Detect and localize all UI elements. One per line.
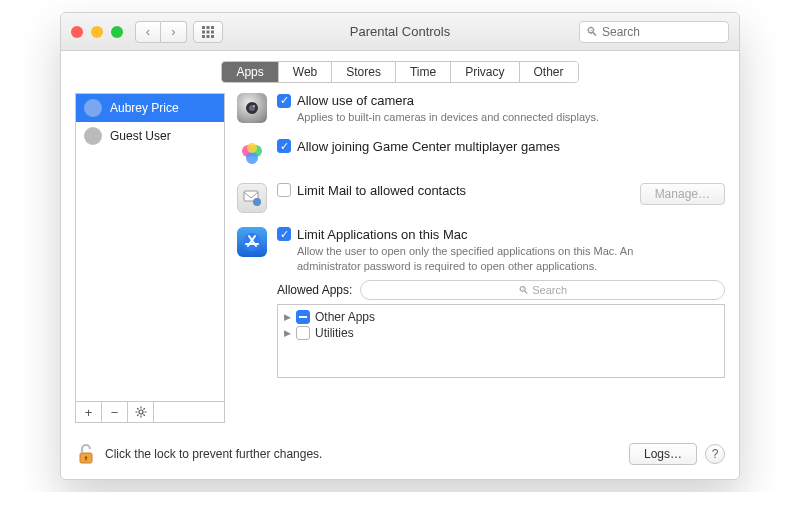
content: ✓ Allow use of camera Applies to built-i…: [237, 93, 725, 423]
svg-line-14: [137, 408, 138, 409]
add-user-button[interactable]: +: [76, 402, 102, 422]
back-button[interactable]: ‹: [135, 21, 161, 43]
gamecenter-icon: [237, 139, 267, 169]
show-all-button[interactable]: [193, 21, 223, 43]
appstore-icon: [237, 227, 267, 257]
svg-line-15: [143, 415, 144, 416]
svg-rect-8: [211, 35, 214, 38]
user-name: Guest User: [110, 129, 171, 143]
sidebar: Aubrey Price Guest User + −: [75, 93, 225, 423]
svg-rect-6: [202, 35, 205, 38]
camera-checkbox[interactable]: ✓: [277, 94, 291, 108]
tab-privacy[interactable]: Privacy: [451, 62, 519, 82]
camera-label: Allow use of camera: [297, 93, 414, 108]
svg-point-9: [139, 410, 143, 414]
forward-button[interactable]: ›: [161, 21, 187, 43]
option-gamecenter: ✓ Allow joining Game Center multiplayer …: [237, 139, 725, 169]
svg-point-23: [246, 152, 258, 164]
svg-line-17: [143, 408, 144, 409]
option-limitapps: ✓ Limit Applications on this Mac Allow t…: [237, 227, 725, 274]
camera-desc: Applies to built-in cameras in devices a…: [297, 110, 657, 125]
svg-rect-7: [207, 35, 210, 38]
prefs-window: ‹ › Parental Controls 🔍︎ Apps Web Stores…: [60, 12, 740, 480]
grid-icon: [201, 25, 215, 39]
svg-rect-5: [211, 30, 214, 33]
allowed-apps-search[interactable]: 🔍︎ Search: [360, 280, 725, 300]
minimize-icon[interactable]: [91, 26, 103, 38]
nav-back-forward: ‹ ›: [135, 21, 187, 43]
toolbar-search-input[interactable]: [602, 25, 722, 39]
sidebar-footer: + −: [75, 401, 225, 423]
svg-rect-0: [202, 26, 205, 29]
close-icon[interactable]: [71, 26, 83, 38]
allowed-apps-label: Allowed Apps:: [277, 283, 352, 297]
allowed-search-placeholder: Search: [532, 284, 567, 296]
tab-time[interactable]: Time: [396, 62, 451, 82]
disclosure-icon[interactable]: ▶: [284, 312, 291, 322]
svg-rect-4: [207, 30, 210, 33]
logs-button[interactable]: Logs…: [629, 443, 697, 465]
zoom-icon[interactable]: [111, 26, 123, 38]
svg-point-24: [247, 143, 257, 153]
search-icon: 🔍︎: [518, 284, 529, 296]
lock-icon[interactable]: [75, 441, 97, 467]
option-camera: ✓ Allow use of camera Applies to built-i…: [237, 93, 725, 125]
tree-label: Utilities: [315, 326, 354, 340]
svg-rect-1: [207, 26, 210, 29]
limitapps-desc: Allow the user to open only the specifie…: [297, 244, 657, 274]
user-actions-button[interactable]: [128, 402, 154, 422]
svg-line-16: [137, 415, 138, 416]
allowed-apps-header: Allowed Apps: 🔍︎ Search: [277, 280, 725, 300]
mail-checkbox[interactable]: [277, 183, 291, 197]
tab-web[interactable]: Web: [279, 62, 332, 82]
svg-point-20: [253, 105, 255, 107]
mail-label: Limit Mail to allowed contacts: [297, 183, 466, 198]
remove-user-button[interactable]: −: [102, 402, 128, 422]
tree-label: Other Apps: [315, 310, 375, 324]
svg-rect-3: [202, 30, 205, 33]
user-item-aubrey[interactable]: Aubrey Price: [76, 94, 224, 122]
svg-rect-33: [85, 458, 86, 461]
utilities-checkbox[interactable]: [296, 326, 310, 340]
tab-apps[interactable]: Apps: [222, 62, 278, 82]
tabbar: Apps Web Stores Time Privacy Other: [221, 61, 578, 83]
svg-rect-2: [211, 26, 214, 29]
limitapps-checkbox[interactable]: ✓: [277, 227, 291, 241]
tab-stores[interactable]: Stores: [332, 62, 396, 82]
manage-button[interactable]: Manage…: [640, 183, 725, 205]
gamecenter-label: Allow joining Game Center multiplayer ga…: [297, 139, 560, 154]
help-button[interactable]: ?: [705, 444, 725, 464]
camera-icon: [237, 93, 267, 123]
mail-icon: [237, 183, 267, 213]
avatar-icon: [84, 127, 102, 145]
tab-other[interactable]: Other: [520, 62, 578, 82]
allowed-apps-tree[interactable]: ▶ Other Apps ▶ Utilities: [277, 304, 725, 378]
avatar-icon: [84, 99, 102, 117]
tree-item-utilities[interactable]: ▶ Utilities: [284, 325, 718, 341]
footer: Click the lock to prevent further change…: [75, 431, 725, 467]
svg-point-26: [253, 198, 261, 206]
other-apps-checkbox[interactable]: [296, 310, 310, 324]
user-name: Aubrey Price: [110, 101, 179, 115]
tabs-area: Apps Web Stores Time Privacy Other: [75, 61, 725, 83]
body: Apps Web Stores Time Privacy Other Aubre…: [61, 51, 739, 479]
search-icon: 🔍︎: [586, 25, 598, 39]
gear-icon: [135, 406, 147, 418]
option-mail: Limit Mail to allowed contacts Manage…: [237, 183, 725, 213]
toolbar-search[interactable]: 🔍︎: [579, 21, 729, 43]
tree-item-other-apps[interactable]: ▶ Other Apps: [284, 309, 718, 325]
main: Aubrey Price Guest User + −: [75, 93, 725, 423]
user-list: Aubrey Price Guest User: [75, 93, 225, 401]
disclosure-icon[interactable]: ▶: [284, 328, 291, 338]
limitapps-label: Limit Applications on this Mac: [297, 227, 468, 242]
titlebar: ‹ › Parental Controls 🔍︎: [61, 13, 739, 51]
lock-text: Click the lock to prevent further change…: [105, 447, 322, 461]
traffic-lights: [71, 26, 123, 38]
gamecenter-checkbox[interactable]: ✓: [277, 139, 291, 153]
user-item-guest[interactable]: Guest User: [76, 122, 224, 150]
